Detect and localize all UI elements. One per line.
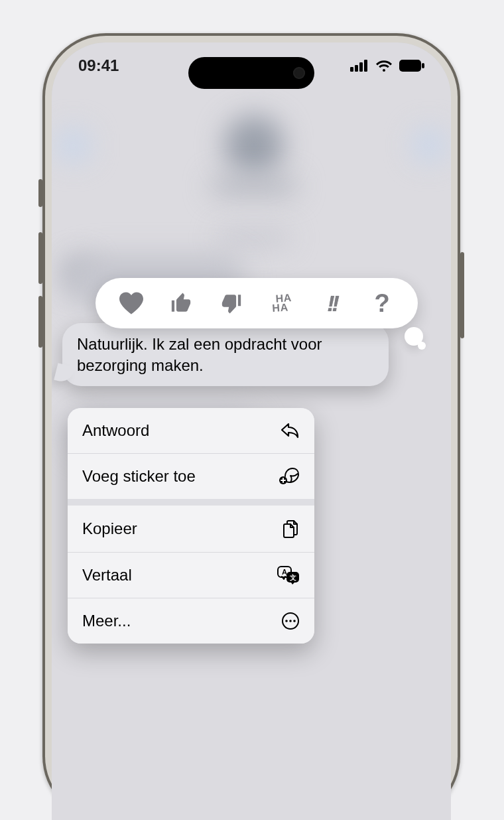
- menu-copy-label: Kopieer: [82, 519, 137, 538]
- iphone-frame: 09:41 HA: [42, 33, 460, 820]
- heart-icon: [119, 292, 143, 314]
- tapback-thumbs-up[interactable]: [163, 285, 199, 321]
- translate-icon: A 文: [277, 566, 300, 584]
- menu-reply[interactable]: Antwoord: [68, 408, 314, 453]
- cellular-icon: [350, 60, 369, 72]
- tapback-bar: HA HA !! ?: [95, 278, 418, 328]
- thumbs-up-icon: [170, 292, 192, 314]
- sticker-icon: [279, 467, 300, 486]
- message-bubble[interactable]: Natuurlijk. Ik zal een opdracht voor bez…: [62, 323, 389, 386]
- side-button: [460, 252, 464, 338]
- status-time: 09:41: [78, 56, 119, 75]
- menu-add-sticker[interactable]: Voeg sticker toe: [68, 453, 314, 499]
- tapback-thumbs-down[interactable]: [214, 285, 249, 321]
- svg-text:A: A: [282, 568, 287, 576]
- svg-rect-5: [422, 63, 424, 68]
- tapback-question[interactable]: ?: [364, 285, 400, 321]
- battery-icon: [399, 60, 424, 72]
- menu-more-label: Meer...: [82, 612, 131, 630]
- svg-rect-2: [359, 62, 363, 72]
- menu-translate[interactable]: Vertaal A 文: [68, 552, 314, 598]
- menu-more[interactable]: Meer...: [68, 598, 314, 644]
- volume-down-button: [38, 296, 42, 348]
- tapback-exclaim[interactable]: !!: [314, 285, 349, 321]
- svg-point-13: [289, 620, 292, 622]
- thumbs-down-icon: [220, 292, 243, 314]
- volume-up-button: [38, 232, 42, 284]
- svg-text:文: 文: [289, 574, 296, 581]
- copy-icon: [281, 519, 300, 539]
- svg-rect-0: [350, 67, 353, 72]
- tapback-heart[interactable]: [113, 285, 149, 321]
- menu-translate-label: Vertaal: [82, 566, 132, 584]
- exclaim-icon: !!: [327, 291, 337, 316]
- svg-rect-4: [399, 60, 421, 72]
- question-icon: ?: [375, 289, 390, 318]
- more-icon: [281, 612, 300, 630]
- mute-switch: [38, 179, 42, 207]
- context-menu: Antwoord Voeg sticker toe Kopieer: [68, 408, 314, 644]
- menu-add-sticker-label: Voeg sticker toe: [82, 467, 196, 486]
- screen: 09:41 HA: [52, 42, 451, 820]
- tapback-haha[interactable]: HA HA: [264, 285, 300, 321]
- svg-point-14: [293, 620, 296, 622]
- message-text: Natuurlijk. Ik zal een opdracht voor bez…: [77, 335, 322, 374]
- svg-rect-1: [355, 65, 358, 72]
- menu-separator: [68, 499, 314, 506]
- svg-point-12: [285, 620, 288, 622]
- wifi-icon: [375, 60, 393, 72]
- menu-reply-label: Antwoord: [82, 421, 149, 440]
- dynamic-island: [188, 57, 314, 89]
- reply-icon: [280, 422, 300, 439]
- haha-icon: HA HA: [273, 293, 290, 313]
- svg-rect-3: [364, 60, 367, 72]
- menu-copy[interactable]: Kopieer: [68, 506, 314, 552]
